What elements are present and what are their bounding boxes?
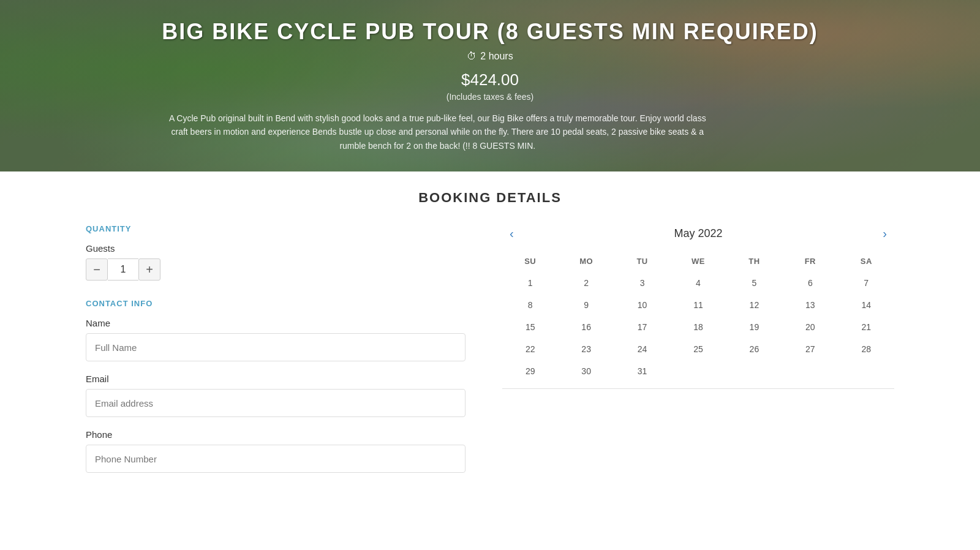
day-header-tu: TU xyxy=(614,253,670,272)
duration-text: 2 hours xyxy=(480,51,513,62)
calendar-day[interactable]: 25 xyxy=(670,338,726,360)
calendar-grid: SU MO TU WE TH FR SA 1234567891011121314… xyxy=(502,253,894,382)
contact-label: CONTACT INFO xyxy=(86,299,478,308)
calendar-day[interactable]: 5 xyxy=(726,272,782,294)
calendar-day[interactable]: 30 xyxy=(558,360,614,382)
calendar-header-row: SU MO TU WE TH FR SA xyxy=(502,253,894,272)
guests-label: Guests xyxy=(86,243,478,254)
calendar-day[interactable]: 19 xyxy=(726,316,782,338)
day-header-we: WE xyxy=(670,253,726,272)
calendar-day[interactable]: 23 xyxy=(558,338,614,360)
booking-grid: QUANTITY Guests − 1 + CONTACT INFO Name … xyxy=(86,224,894,485)
calendar-week-row: 891011121314 xyxy=(502,294,894,316)
calendar-day[interactable]: 14 xyxy=(839,294,894,316)
calendar-week-row: 15161718192021 xyxy=(502,316,894,338)
day-header-su: SU xyxy=(502,253,558,272)
calendar-day[interactable]: 18 xyxy=(670,316,726,338)
decrease-quantity-button[interactable]: − xyxy=(86,258,108,281)
calendar-week-row: 22232425262728 xyxy=(502,338,894,360)
left-column: QUANTITY Guests − 1 + CONTACT INFO Name … xyxy=(86,224,478,485)
hero-description: A Cycle Pub original built in Bend with … xyxy=(162,111,713,153)
day-header-th: TH xyxy=(726,253,782,272)
calendar-week-row: 1234567 xyxy=(502,272,894,294)
calendar-day[interactable]: 13 xyxy=(782,294,838,316)
email-label: Email xyxy=(86,374,478,384)
calendar-day xyxy=(726,360,782,382)
calendar-day[interactable]: 15 xyxy=(502,316,558,338)
calendar-day xyxy=(839,360,894,382)
calendar-day[interactable]: 22 xyxy=(502,338,558,360)
day-header-fr: FR xyxy=(782,253,838,272)
calendar-day[interactable]: 29 xyxy=(502,360,558,382)
calendar-nav: ‹ May 2022 › xyxy=(502,224,894,243)
contact-section: CONTACT INFO Name Email Phone xyxy=(86,299,478,485)
calendar-day[interactable]: 9 xyxy=(558,294,614,316)
quantity-section: QUANTITY Guests − 1 + xyxy=(86,224,478,281)
calendar-day[interactable]: 7 xyxy=(839,272,894,294)
hero-price-note: (Includes taxes & fees) xyxy=(162,92,818,102)
calendar-next-button[interactable]: › xyxy=(878,224,892,243)
calendar-wrapper: ‹ May 2022 › SU MO TU WE TH FR SA xyxy=(502,224,894,485)
increase-quantity-button[interactable]: + xyxy=(138,258,160,281)
calendar-day[interactable]: 26 xyxy=(726,338,782,360)
calendar-divider xyxy=(502,388,894,389)
email-input[interactable] xyxy=(86,389,466,417)
quantity-label: QUANTITY xyxy=(86,224,478,233)
hero-section: BIG BIKE CYCLE PUB TOUR (8 GUESTS MIN RE… xyxy=(0,0,980,171)
name-input[interactable] xyxy=(86,333,466,361)
calendar-day[interactable]: 28 xyxy=(839,338,894,360)
calendar-day[interactable]: 10 xyxy=(614,294,670,316)
day-header-mo: MO xyxy=(558,253,614,272)
calendar-day[interactable]: 17 xyxy=(614,316,670,338)
phone-label: Phone xyxy=(86,429,478,440)
calendar-day xyxy=(782,360,838,382)
calendar-day[interactable]: 1 xyxy=(502,272,558,294)
calendar-day[interactable]: 20 xyxy=(782,316,838,338)
calendar-day[interactable]: 12 xyxy=(726,294,782,316)
hero-duration: ⏱ 2 hours xyxy=(162,51,818,62)
clock-icon: ⏱ xyxy=(467,51,477,62)
calendar-month-year: May 2022 xyxy=(674,227,722,240)
name-label: Name xyxy=(86,318,478,328)
day-header-sa: SA xyxy=(839,253,894,272)
quantity-value: 1 xyxy=(108,258,138,281)
quantity-row: − 1 + xyxy=(86,258,478,281)
calendar-day[interactable]: 3 xyxy=(614,272,670,294)
calendar-day[interactable]: 6 xyxy=(782,272,838,294)
calendar-day[interactable]: 31 xyxy=(614,360,670,382)
calendar-day[interactable]: 2 xyxy=(558,272,614,294)
hero-content: BIG BIKE CYCLE PUB TOUR (8 GUESTS MIN RE… xyxy=(162,19,818,153)
calendar-week-row: 293031 xyxy=(502,360,894,382)
calendar-day[interactable]: 21 xyxy=(839,316,894,338)
calendar-day[interactable]: 24 xyxy=(614,338,670,360)
calendar-day[interactable]: 11 xyxy=(670,294,726,316)
main-content: BOOKING DETAILS QUANTITY Guests − 1 + CO… xyxy=(0,171,980,510)
calendar-day[interactable]: 16 xyxy=(558,316,614,338)
hero-title: BIG BIKE CYCLE PUB TOUR (8 GUESTS MIN RE… xyxy=(162,19,818,45)
booking-title: BOOKING DETAILS xyxy=(24,190,956,206)
calendar-day[interactable]: 27 xyxy=(782,338,838,360)
phone-input[interactable] xyxy=(86,445,466,473)
calendar-prev-button[interactable]: ‹ xyxy=(505,224,519,243)
hero-price: $424.00 xyxy=(162,70,818,89)
calendar-day[interactable]: 4 xyxy=(670,272,726,294)
calendar-day xyxy=(670,360,726,382)
calendar-day[interactable]: 8 xyxy=(502,294,558,316)
